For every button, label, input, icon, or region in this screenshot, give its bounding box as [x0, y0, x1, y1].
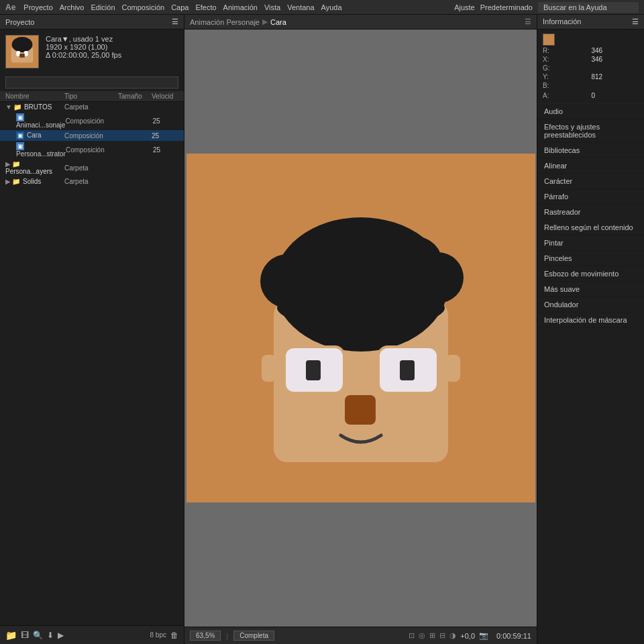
panel-mas-suave[interactable]: Más suave — [537, 282, 644, 297]
delete-btn[interactable]: 🗑 — [170, 631, 178, 640]
file-row-persona-ayers[interactable]: ▶📁Persona...ayers Carpeta — [0, 159, 184, 176]
persona-strator-type: Composición — [66, 146, 119, 154]
comp-time-display: 0:00:59:11 — [496, 632, 531, 640]
menu-archivo[interactable]: Archivo — [60, 3, 85, 11]
project-resolution: 1920 x 1920 (1,00) — [46, 43, 121, 51]
file-row-cara[interactable]: ▣Cara Composición 25 — [0, 130, 184, 141]
menu-proyecto[interactable]: Proyecto — [23, 3, 52, 11]
breadcrumb-sep: ▶ — [262, 17, 268, 26]
menu-ayuda[interactable]: Ayuda — [321, 3, 342, 11]
project-duration: Δ 0:02:00:00, 25,00 fps — [46, 51, 121, 59]
project-preview: Cara▼, usado 1 vez 1920 x 1920 (1,00) Δ … — [0, 30, 184, 74]
cara-type: Composición — [64, 132, 118, 140]
comp-icon-persona: ▣ — [16, 142, 24, 150]
animacion-type: Composición — [65, 117, 119, 125]
comp-icon-cara: ▣ — [16, 131, 24, 140]
b-label: B: — [543, 82, 590, 89]
comp-tab1[interactable]: Animación Personaje — [190, 18, 260, 26]
right-panel: Información ☰ R: 346 X: 346 G: Y: 812 B:… — [537, 15, 644, 644]
project-name: Cara▼, usado 1 vez — [46, 35, 121, 43]
search-project-btn[interactable]: 🔍 — [33, 631, 43, 640]
center-panel: Animación Personaje ▶ Cara ☰ — [184, 15, 537, 644]
color-correct-btn[interactable]: ◑ — [449, 631, 456, 640]
motion-blur-btn[interactable]: ◎ — [419, 631, 425, 640]
new-folder-btn[interactable]: 📁 — [5, 630, 17, 641]
panel-ondulador[interactable]: Ondulador — [537, 297, 644, 313]
b-value — [592, 82, 639, 89]
snapshot-btn[interactable]: 📷 — [479, 631, 488, 640]
panel-pinceles[interactable]: Pinceles — [537, 251, 644, 266]
col-tipo: Tipo — [64, 93, 118, 100]
color-depth-label: 8 bpc — [150, 631, 166, 639]
file-row-solids[interactable]: ▶📁Solids Carpeta — [0, 176, 184, 186]
color-swatch — [543, 34, 555, 46]
solids-name: Solids — [23, 178, 41, 185]
import-btn[interactable]: ⬇ — [47, 631, 54, 640]
comp-footer: 63,5% | Completa ⊡ ◎ ⊞ ⊟ ◑ +0,0 📷 0:00:5… — [184, 627, 537, 644]
col-nombre: Nombre — [5, 93, 64, 100]
zoom-button[interactable]: 63,5% — [190, 631, 221, 641]
info-menu-icon[interactable]: ☰ — [632, 17, 639, 26]
panel-efectos[interactable]: Efectos y ajustes preestablecidos — [537, 119, 644, 143]
panel-interpolacion[interactable]: Interpolación de máscara — [537, 313, 644, 328]
brutos-type: Carpeta — [64, 103, 118, 111]
new-comp-btn[interactable]: 🎞 — [21, 631, 29, 640]
svg-rect-25 — [306, 360, 321, 380]
right-menu-list: Audio Efectos y ajustes preestablecidos … — [537, 104, 644, 328]
help-search-input[interactable] — [538, 2, 639, 13]
panel-alinear[interactable]: Alinear — [537, 158, 644, 174]
breadcrumb: Animación Personaje ▶ Cara — [190, 17, 286, 26]
file-row-animacion[interactable]: ▣Animaci...sonaje Composición 25 — [0, 112, 184, 130]
panel-audio[interactable]: Audio — [537, 104, 644, 119]
info-title: Información — [543, 17, 581, 26]
file-row-brutos[interactable]: ▼📁BRUTOS Carpeta — [0, 102, 184, 112]
panel-relleno[interactable]: Relleno según el contenido — [537, 220, 644, 235]
menu-efecto[interactable]: Efecto — [195, 3, 216, 11]
persona-ayers-name: Persona...ayers — [5, 168, 52, 175]
menu-composicion[interactable]: Composición — [122, 3, 165, 11]
menu-bar: Proyecto Archivo Edición Composición Cap… — [23, 3, 341, 11]
frame-blending-btn[interactable]: ⊞ — [429, 631, 435, 640]
project-thumbnail — [5, 35, 39, 68]
top-bar: Ae Proyecto Archivo Edición Composición … — [0, 0, 644, 15]
r-label: R: — [543, 47, 590, 54]
panel-esbozo[interactable]: Esbozo de movimiento — [537, 266, 644, 282]
svg-rect-5 — [19, 54, 25, 58]
menu-vista[interactable]: Vista — [264, 3, 280, 11]
project-label: Proyecto — [5, 18, 34, 26]
info-grid: R: 346 X: 346 G: Y: 812 B: A: 0 — [537, 30, 644, 104]
render-btn[interactable]: ▶ — [58, 631, 64, 640]
ajuste-label: Ajuste — [454, 3, 475, 11]
project-search-row — [0, 74, 184, 91]
toggle-mask-btn[interactable]: ⊡ — [409, 631, 415, 640]
project-search-input[interactable] — [5, 76, 178, 89]
r-value: 346 — [592, 47, 639, 54]
persona-strator-fps: 25 — [153, 146, 180, 154]
cara-fps: 25 — [152, 132, 178, 140]
quality-button[interactable]: Completa — [233, 631, 274, 641]
svg-point-17 — [277, 288, 445, 328]
panel-bibliotecas[interactable]: Bibliotecas — [537, 143, 644, 158]
project-menu-icon[interactable]: ☰ — [172, 17, 178, 26]
panel-pintar[interactable]: Pintar — [537, 235, 644, 251]
menu-animacion[interactable]: Animación — [223, 3, 258, 11]
grid-btn[interactable]: ⊟ — [439, 631, 445, 640]
canvas-background — [186, 154, 535, 502]
menu-ventana[interactable]: Ventana — [287, 3, 314, 11]
file-row-persona-strator[interactable]: ▣Persona...strator Composición 25 — [0, 141, 184, 159]
menu-edicion[interactable]: Edición — [91, 3, 115, 11]
animacion-name: Animaci...sonaje — [16, 121, 65, 129]
menu-capa[interactable]: Capa — [171, 3, 189, 11]
comp-menu-icon[interactable]: ☰ — [525, 17, 531, 26]
panel-caracter[interactable]: Carácter — [537, 174, 644, 189]
app-logo: Ae — [5, 3, 15, 12]
comp-tab2[interactable]: Cara — [270, 18, 286, 26]
top-right-controls: Ajuste Predeterminado — [454, 2, 639, 13]
cara-name: Cara — [27, 131, 42, 139]
predeterminado-label: Predeterminado — [480, 3, 533, 11]
y-value: 812 — [592, 73, 639, 80]
svg-rect-26 — [400, 360, 415, 380]
face-illustration — [186, 154, 535, 502]
panel-parrafo[interactable]: Párrafo — [537, 189, 644, 205]
panel-rastreador[interactable]: Rastreador — [537, 205, 644, 220]
